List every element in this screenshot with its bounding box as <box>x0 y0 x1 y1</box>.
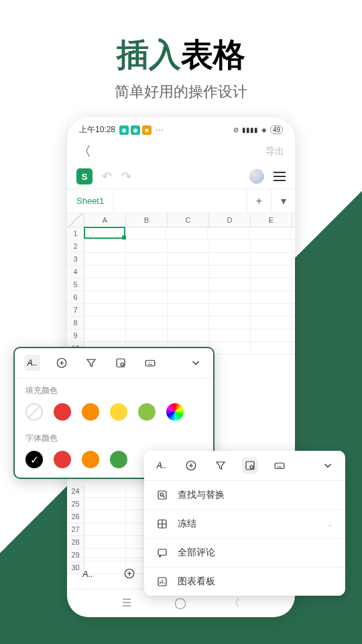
font-color-orange[interactable] <box>82 451 99 468</box>
row-header[interactable]: 4 <box>67 266 84 278</box>
keyboard-button[interactable] <box>142 355 158 371</box>
grid-row[interactable]: 1 <box>67 227 295 240</box>
cell[interactable] <box>251 317 292 329</box>
cell[interactable] <box>84 317 126 329</box>
cell[interactable] <box>84 240 126 252</box>
cell[interactable] <box>126 317 168 329</box>
menu-chart-dashboard[interactable]: 图表看板 <box>144 568 345 596</box>
grid-row[interactable]: 6 <box>67 291 295 304</box>
cell[interactable] <box>126 240 168 252</box>
row-header[interactable]: 26 <box>67 511 84 523</box>
cell[interactable] <box>84 266 126 278</box>
cell[interactable] <box>209 304 251 316</box>
grid-row[interactable]: 5 <box>67 278 295 291</box>
cell[interactable] <box>125 227 166 239</box>
fill-color-red[interactable] <box>54 403 71 421</box>
row-header[interactable]: 3 <box>67 253 84 265</box>
menu-freeze[interactable]: 冻结 ⌄ <box>144 510 345 539</box>
menu-all-comments[interactable]: 全部评论 <box>144 539 345 568</box>
col-header[interactable]: D <box>209 213 251 227</box>
cell[interactable] <box>126 329 168 341</box>
cell[interactable] <box>84 511 126 523</box>
no-fill-color[interactable] <box>25 403 43 421</box>
keyboard-button[interactable] <box>272 458 288 474</box>
cell[interactable] <box>251 240 292 252</box>
filter-button[interactable] <box>83 355 99 371</box>
col-header[interactable]: E <box>251 213 292 227</box>
cell[interactable] <box>166 227 208 239</box>
row-header[interactable]: 9 <box>67 329 84 341</box>
nav-back[interactable]: 〈 <box>229 596 240 610</box>
select-all-corner[interactable] <box>67 213 84 227</box>
row-header[interactable]: 5 <box>67 278 84 290</box>
nav-menu[interactable]: ☰ <box>122 596 131 610</box>
back-button[interactable]: 〈 <box>78 142 91 160</box>
view-button[interactable] <box>242 458 258 474</box>
cell[interactable] <box>168 291 209 303</box>
cell[interactable] <box>251 291 292 303</box>
cell[interactable] <box>249 227 291 239</box>
insert-button[interactable] <box>183 458 199 474</box>
cell[interactable] <box>209 240 251 252</box>
cell[interactable] <box>168 329 209 341</box>
cell[interactable] <box>168 253 209 265</box>
cell[interactable] <box>84 523 126 535</box>
row-header[interactable]: 6 <box>67 291 84 303</box>
sheet-dropdown[interactable]: ▾ <box>271 189 295 213</box>
collapse-button[interactable] <box>320 458 336 474</box>
cell[interactable] <box>251 266 292 278</box>
cell[interactable] <box>168 240 209 252</box>
sheet-tab-1[interactable]: Sheet1 <box>67 189 114 213</box>
row-header[interactable]: 1 <box>67 227 84 239</box>
insert-button[interactable] <box>54 355 70 371</box>
cell[interactable] <box>126 266 168 278</box>
fill-color-yellow[interactable] <box>110 403 127 421</box>
cell[interactable] <box>168 317 209 329</box>
cell[interactable] <box>126 278 168 290</box>
font-color-red[interactable] <box>54 451 71 468</box>
cell[interactable] <box>84 498 126 510</box>
row-header[interactable]: 24 <box>67 485 84 497</box>
font-tool-button[interactable]: A.. <box>154 458 170 474</box>
cell[interactable] <box>126 304 168 316</box>
row-header[interactable]: 7 <box>67 304 84 316</box>
insert-button[interactable] <box>122 566 137 581</box>
add-sheet-button[interactable]: + <box>247 189 271 213</box>
spreadsheet-grid[interactable]: A B C D E 12345678910 <box>67 213 295 355</box>
grid-row[interactable]: 8 <box>67 317 295 329</box>
grid-row[interactable]: 9 <box>67 329 295 342</box>
cell[interactable] <box>209 291 251 303</box>
cell[interactable] <box>209 278 251 290</box>
cell[interactable] <box>251 253 292 265</box>
grid-row[interactable]: 3 <box>67 253 295 266</box>
cell[interactable] <box>209 329 251 341</box>
grid-row[interactable]: 7 <box>67 304 295 317</box>
row-header[interactable]: 27 <box>67 523 84 535</box>
cell[interactable] <box>84 253 126 265</box>
collapse-button[interactable] <box>188 355 204 371</box>
avatar[interactable] <box>249 169 264 184</box>
nav-home[interactable]: ◯ <box>174 596 186 610</box>
export-button[interactable]: 导出 <box>265 146 284 158</box>
col-header[interactable]: C <box>168 213 209 227</box>
grid-row[interactable]: 4 <box>67 266 295 278</box>
cell[interactable] <box>209 266 251 278</box>
cell[interactable] <box>251 304 292 316</box>
cell[interactable] <box>208 227 249 239</box>
cell[interactable] <box>84 485 126 497</box>
cell[interactable] <box>168 304 209 316</box>
fill-color-orange[interactable] <box>82 403 99 421</box>
view-button[interactable] <box>113 355 129 371</box>
font-color-green[interactable] <box>110 451 127 468</box>
cell[interactable] <box>84 291 126 303</box>
cell[interactable] <box>84 278 126 290</box>
color-picker-button[interactable] <box>166 403 184 421</box>
cell[interactable] <box>209 342 251 354</box>
cell[interactable] <box>84 304 126 316</box>
cell[interactable] <box>168 278 209 290</box>
font-color-black[interactable]: ✓ <box>25 451 43 468</box>
col-header[interactable]: B <box>126 213 168 227</box>
redo-button[interactable]: ↷ <box>121 169 131 184</box>
row-header[interactable]: 2 <box>67 240 84 252</box>
cell[interactable] <box>209 253 251 265</box>
